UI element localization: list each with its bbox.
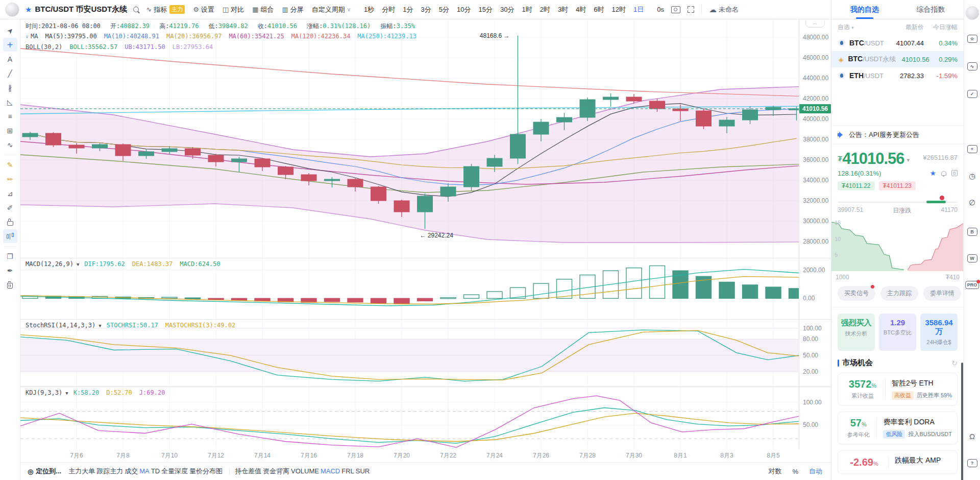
alarm-icon[interactable]: ◷ bbox=[969, 172, 975, 181]
highlight-tool-icon[interactable]: ✏ bbox=[3, 172, 17, 186]
macd-chart[interactable] bbox=[20, 258, 799, 319]
hatch-line-tool-icon[interactable]: ∦ bbox=[3, 81, 17, 94]
indicator-tab-%[interactable]: % bbox=[792, 468, 798, 475]
coin-row-BTC/USDT[interactable]: BTC/USDT41007.440.34% bbox=[831, 35, 964, 51]
trash-tool-icon[interactable] bbox=[3, 278, 17, 292]
market-card-智胜2号 ETH[interactable]: 3572%累计收益智胜2号 ETH高收益历史胜率 59% bbox=[838, 373, 958, 405]
triangle-tool-icon[interactable]: ◺ bbox=[3, 95, 17, 109]
indicator-tab-全量深度[interactable]: 全量深度 bbox=[161, 467, 188, 475]
app-logo[interactable] bbox=[5, 3, 19, 17]
rect-plus-tool-icon[interactable]: ⊞ bbox=[3, 124, 17, 137]
support-icon[interactable]: Ω bbox=[969, 432, 975, 441]
period-3分[interactable]: 3分 bbox=[421, 5, 431, 14]
indicator-menu[interactable]: ∿指标主力 bbox=[146, 5, 185, 14]
tab-综合指数[interactable]: 综合指数 bbox=[898, 0, 964, 19]
refresh-icon[interactable]: ↻ bbox=[951, 359, 958, 367]
indicator-tab-MA[interactable]: MA bbox=[139, 467, 150, 475]
stat-card-技术分析[interactable]: 强烈买入技术分析 bbox=[838, 314, 875, 351]
kdj-chart[interactable] bbox=[20, 387, 799, 449]
custom-period-dropdown[interactable]: 自定义周期∨ bbox=[312, 5, 353, 14]
indicator-tab-跟踪主力[interactable]: 跟踪主力 bbox=[96, 467, 123, 475]
b-badge-icon[interactable]: B bbox=[951, 170, 958, 176]
sidebar-scrollbar[interactable] bbox=[961, 363, 963, 480]
period-10分[interactable]: 10分 bbox=[457, 5, 471, 14]
period-1分[interactable]: 1分 bbox=[403, 5, 413, 14]
save-layout-button[interactable]: ☁未命名 bbox=[709, 5, 739, 14]
block-doc-icon[interactable]: B bbox=[967, 228, 977, 236]
indicator-tab-自动[interactable]: 自动 bbox=[809, 467, 822, 476]
kdj-panel[interactable]: KDJ(9,3,3)▼K:58.20D:52.70J:69.20 100.005… bbox=[20, 387, 831, 449]
screenshot-icon[interactable] bbox=[671, 6, 680, 13]
bookmark-tool-icon[interactable]: ❐ bbox=[3, 249, 17, 263]
stochrsi-panel[interactable]: StochRSI(14,14,3,3)▼STOCHRSI:50.17MASTOC… bbox=[20, 319, 831, 387]
period-30分[interactable]: 30分 bbox=[500, 5, 514, 14]
period-1日[interactable]: 1日 bbox=[633, 5, 644, 14]
stat-card-24H爆仓$[interactable]: 3586.94万24H爆仓$ bbox=[920, 314, 958, 351]
market-card-跌幅最大 AMP[interactable]: -2.69%跌幅最大 AMP bbox=[838, 450, 958, 474]
alert-bell-icon[interactable] bbox=[941, 171, 946, 176]
trendline-tool-icon[interactable]: ╱ bbox=[3, 66, 17, 80]
lock-tool-icon[interactable] bbox=[3, 215, 17, 229]
period-1时[interactable]: 1时 bbox=[522, 5, 532, 14]
search-icon[interactable] bbox=[133, 7, 139, 12]
candlestick-chart[interactable]: 48168.6 →← 29242.24 bbox=[20, 19, 799, 258]
period-4时[interactable]: 4时 bbox=[576, 5, 586, 14]
settings-menu[interactable]: ⚙设置 bbox=[193, 5, 214, 14]
ruler-tool-icon[interactable]: ⊿ bbox=[3, 186, 17, 200]
note-tool-icon[interactable]: ✒ bbox=[3, 263, 17, 277]
favorite-star-icon[interactable]: ★ bbox=[25, 5, 32, 14]
range-slider[interactable] bbox=[838, 198, 958, 205]
indicator-tab-FRL[interactable]: FRL bbox=[341, 467, 354, 475]
stochrsi-chart[interactable] bbox=[20, 320, 799, 387]
indicator-tab-资金背离[interactable]: 资金背离 bbox=[263, 467, 289, 475]
brand-badge-icon[interactable] bbox=[965, 6, 979, 20]
period-1秒[interactable]: 1秒 bbox=[364, 5, 374, 14]
parallel-lines-tool-icon[interactable]: ≡ bbox=[3, 109, 17, 123]
main-chart-panel[interactable]: 48168.6 →← 29242.24 时间:2021-08-06 08:00 … bbox=[20, 19, 831, 258]
button-委单详情[interactable]: 委单详情 bbox=[923, 286, 961, 301]
help-icon[interactable]: ? bbox=[967, 459, 977, 467]
period-分时[interactable]: 分时 bbox=[382, 5, 395, 14]
period-15分[interactable]: 15分 bbox=[478, 5, 492, 14]
macd-panel[interactable]: MACD(12,26,9)▼DIF:1795.62DEA:1483.37MACD… bbox=[20, 258, 831, 319]
coin-row-ETH/USDT[interactable]: ETH/USDT2782.33-1.59% bbox=[831, 67, 964, 84]
compare-menu[interactable]: ◫对比 bbox=[223, 5, 244, 14]
indicator-tab-SUR[interactable]: SUR bbox=[356, 467, 370, 475]
price-axis[interactable]: ︿ 48000.0046000.0044000.0042000.0040000.… bbox=[799, 19, 831, 258]
depth-chart[interactable] bbox=[831, 218, 963, 271]
indicator-tab-量价分布图[interactable]: 量价分布图 bbox=[189, 467, 223, 475]
wave-tool-icon[interactable]: ∿ bbox=[3, 138, 17, 152]
indicator-tab-MACD[interactable]: MACD bbox=[321, 467, 340, 475]
order-check-icon[interactable]: ✓ bbox=[967, 90, 977, 98]
locate-button[interactable]: ◎定位到... bbox=[28, 467, 61, 476]
axis-collapse-button[interactable]: ︿ bbox=[805, 20, 825, 28]
period-5分[interactable]: 5分 bbox=[439, 5, 449, 14]
watchlist-filter[interactable]: 自选 ▾ bbox=[838, 23, 884, 32]
pro-icon[interactable]: PRO bbox=[965, 281, 979, 289]
text-tool-icon[interactable]: A bbox=[3, 52, 17, 66]
period-6时[interactable]: 6时 bbox=[594, 5, 604, 14]
web-window-icon[interactable]: W bbox=[967, 254, 977, 262]
pointer-tool-icon[interactable]: ➤ bbox=[3, 23, 17, 37]
combo-menu[interactable]: ▦组合 bbox=[252, 5, 274, 14]
period-3时[interactable]: 3时 bbox=[558, 5, 568, 14]
time-axis[interactable]: 7月67月87月107月127月147月167月187月207月227月247月… bbox=[20, 449, 799, 462]
button-主力跟踪[interactable]: 主力跟踪 bbox=[880, 286, 918, 301]
pencil-tool-icon[interactable]: ✐ bbox=[3, 201, 17, 214]
chevron-down-icon[interactable]: ▾ bbox=[906, 157, 910, 163]
indicator-tab-持仓差值[interactable]: 持仓差值 bbox=[235, 467, 261, 475]
planet-icon[interactable]: ∅ bbox=[969, 198, 975, 207]
stat-card-BTC多空比[interactable]: 1.29BTC多空比 bbox=[879, 314, 916, 351]
fullscreen-icon[interactable] bbox=[688, 6, 694, 13]
depth-chart-block[interactable]: 15105 1000 ₮410 bbox=[831, 218, 964, 281]
indicator-tab-TD[interactable]: TD bbox=[151, 467, 160, 475]
main-force-badge[interactable]: 主力 bbox=[169, 5, 185, 14]
candles-tool-icon[interactable] bbox=[3, 229, 17, 243]
indicator-tab-成交[interactable]: 成交 bbox=[125, 467, 138, 475]
crosshair-tool-icon[interactable]: + bbox=[3, 38, 17, 52]
new-doc-icon[interactable]: + bbox=[967, 145, 977, 153]
split-screen-menu[interactable]: ▥分屏 bbox=[282, 5, 303, 14]
favorited-star-icon[interactable]: ★ bbox=[929, 169, 936, 177]
tab-我的自选[interactable]: 我的自选 bbox=[831, 0, 898, 19]
watchlist-icon[interactable]: ☆ bbox=[967, 35, 977, 43]
